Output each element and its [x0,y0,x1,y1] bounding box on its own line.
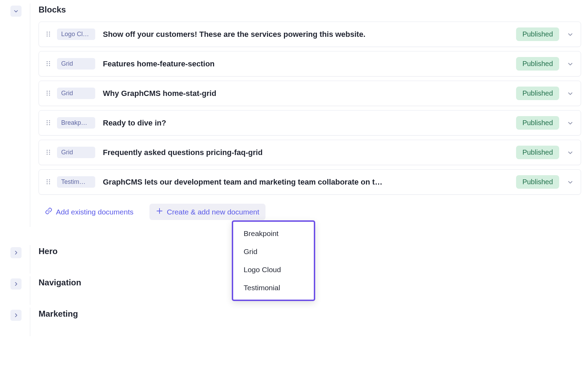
type-chip: Grid [57,88,95,99]
type-chip: Testim… [57,176,95,188]
svg-point-26 [47,152,48,153]
svg-point-6 [47,61,48,62]
svg-point-0 [47,31,48,32]
chevron-down-icon[interactable] [567,91,574,96]
status-badge: Published [516,146,559,159]
svg-point-31 [49,179,50,180]
dropdown-item[interactable]: Logo Cloud [233,261,314,279]
svg-point-3 [49,33,50,34]
block-row[interactable]: Grid Why GraphCMS home-stat-grid Publish… [39,81,581,106]
block-row[interactable]: Breakp… Ready to dive in? Published [39,110,581,136]
svg-point-34 [47,183,48,184]
svg-point-25 [49,149,50,151]
drag-handle-icon[interactable] [45,120,52,127]
link-icon [45,207,52,217]
svg-point-5 [49,35,50,36]
section-title: Blocks [39,5,581,15]
svg-point-13 [49,90,50,91]
collapse-toggle-navigation[interactable] [10,278,22,290]
svg-point-1 [49,31,50,32]
drag-handle-icon[interactable] [45,179,52,186]
block-row[interactable]: Grid Features home-feature-section Publi… [39,51,581,76]
type-chip: Breakp… [57,117,95,129]
add-existing-button[interactable]: Add existing documents [39,204,140,220]
chevron-down-icon[interactable] [567,120,574,126]
create-dropdown: BreakpointGridLogo CloudTestimonial [232,220,315,301]
block-row[interactable]: Testim… GraphCMS lets our development te… [39,169,581,195]
section-blocks: Blocks Logo Cl… Show off your customers!… [10,3,581,227]
svg-point-2 [47,33,48,34]
svg-point-30 [47,179,48,180]
section-marketing: Marketing [10,308,581,336]
type-chip: Grid [57,58,95,70]
create-add-button[interactable]: Create & add new document [149,204,266,220]
svg-point-9 [49,63,50,64]
chevron-down-icon[interactable] [567,179,574,185]
status-badge: Published [516,116,559,130]
svg-point-35 [49,183,50,184]
chevron-down-icon[interactable] [567,150,574,155]
svg-point-8 [47,63,48,64]
svg-point-29 [49,154,50,155]
collapse-toggle-marketing[interactable] [10,310,22,321]
dropdown-item[interactable]: Breakpoint [233,225,314,243]
add-existing-label: Add existing documents [56,208,133,216]
svg-point-22 [47,124,48,125]
drag-handle-icon[interactable] [45,149,52,156]
status-badge: Published [516,87,559,100]
block-row[interactable]: Grid Frequently asked questions pricing-… [39,140,581,165]
collapse-toggle-blocks[interactable] [10,6,22,17]
section-title: Marketing [39,309,581,319]
drag-handle-icon[interactable] [45,90,52,97]
svg-point-32 [47,181,48,182]
svg-point-27 [49,152,50,153]
svg-point-15 [49,92,50,94]
type-chip: Grid [57,147,95,158]
status-badge: Published [516,57,559,71]
block-title: Why GraphCMS home-stat-grid [103,89,516,98]
block-title: Frequently asked questions pricing-faq-g… [103,148,516,157]
svg-point-17 [49,95,50,96]
svg-point-28 [47,154,48,155]
block-title: Ready to dive in? [103,119,516,128]
plus-icon [156,207,163,217]
svg-point-14 [47,92,48,94]
svg-point-18 [47,120,48,121]
svg-point-24 [47,149,48,151]
svg-point-7 [49,61,50,62]
svg-point-23 [49,124,50,125]
svg-point-10 [47,65,48,66]
chevron-down-icon[interactable] [567,61,574,67]
collapse-toggle-hero[interactable] [10,247,22,258]
status-badge: Published [516,175,559,189]
svg-point-21 [49,122,50,123]
chevron-down-icon[interactable] [567,32,574,37]
type-chip: Logo Cl… [57,29,95,40]
drag-handle-icon[interactable] [45,60,52,67]
dropdown-item[interactable]: Grid [233,243,314,261]
svg-point-4 [47,35,48,36]
svg-point-11 [49,65,50,66]
svg-point-19 [49,120,50,121]
block-title: GraphCMS lets our development team and m… [103,178,516,187]
create-add-label: Create & add new document [167,208,259,216]
svg-point-12 [47,90,48,91]
svg-point-16 [47,95,48,96]
block-row[interactable]: Logo Cl… Show off your customers! These … [39,22,581,47]
dropdown-item[interactable]: Testimonial [233,279,314,297]
svg-point-33 [49,181,50,182]
actions-row: Add existing documents Create & add new … [39,204,581,220]
svg-point-20 [47,122,48,123]
block-title: Show off your customers! These are the s… [103,30,516,39]
status-badge: Published [516,27,559,41]
block-title: Features home-feature-section [103,59,516,68]
drag-handle-icon[interactable] [45,31,52,38]
